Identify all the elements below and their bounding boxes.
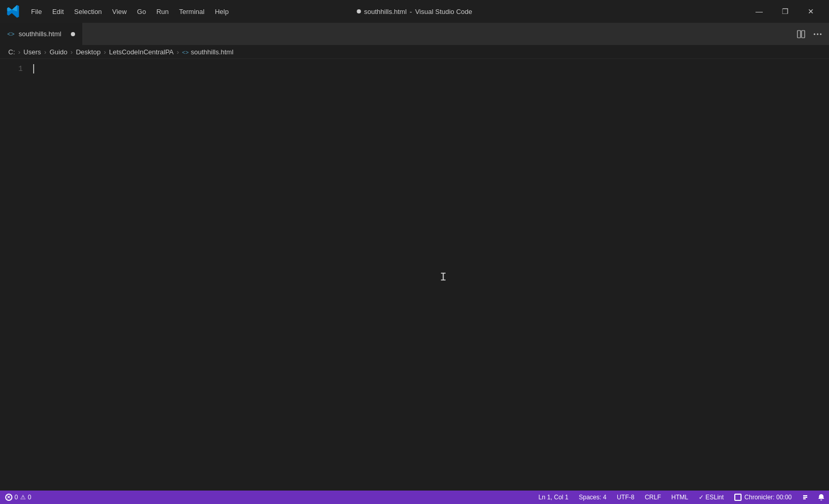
tab-southhills[interactable]: <> southhills.html	[0, 23, 83, 45]
status-position[interactable]: Ln 1, Col 1	[533, 491, 573, 504]
svg-point-3	[817, 33, 819, 35]
breadcrumb-c[interactable]: C:	[8, 48, 15, 56]
status-language[interactable]: HTML	[666, 491, 693, 504]
editor-area[interactable]: 1 I	[0, 59, 829, 491]
code-line-1	[33, 63, 829, 75]
error-icon: ✕	[5, 494, 12, 501]
status-encoding[interactable]: UTF-8	[612, 491, 640, 504]
spaces-label: Spaces: 4	[579, 494, 606, 501]
chronicler-icon	[734, 494, 742, 501]
breadcrumb-users[interactable]: Users	[23, 48, 41, 56]
warning-icon: ⚠	[20, 494, 26, 501]
tab-spacer	[83, 23, 790, 45]
warning-count: 0	[28, 494, 32, 501]
tab-modified-dot	[71, 32, 75, 36]
tab-actions	[790, 23, 829, 45]
breadcrumb: C: › Users › Guido › Desktop › LetsCodeI…	[0, 46, 829, 59]
tab-file-icon: <>	[7, 31, 14, 38]
breadcrumb-letscode[interactable]: LetsCodeInCentralPA	[109, 48, 174, 56]
eslint-label: ✓ ESLint	[699, 494, 724, 501]
window-controls: — ❐ ✕	[747, 3, 823, 20]
encoding-label: UTF-8	[617, 494, 634, 501]
maximize-button[interactable]: ❐	[773, 3, 797, 20]
modified-dot	[357, 9, 361, 13]
svg-point-2	[814, 33, 816, 35]
tab-filename: southhills.html	[19, 30, 61, 38]
status-right: Ln 1, Col 1 Spaces: 4 UTF-8 CRLF HTML ✓ …	[533, 491, 829, 504]
line-numbers: 1	[0, 59, 31, 491]
line-ending-label: CRLF	[645, 494, 661, 501]
chronicler-label: Chronicler: 00:00	[745, 494, 792, 501]
window-title-app: Visual Studio Code	[415, 8, 472, 16]
window-title-text: southhills.html	[364, 8, 406, 16]
breadcrumb-filename[interactable]: southhills.html	[191, 48, 233, 56]
menu-view[interactable]: View	[107, 6, 132, 18]
title-bar: File Edit Selection View Go Run Terminal…	[0, 0, 829, 23]
tab-bar: <> southhills.html	[0, 23, 829, 46]
line-number-1: 1	[0, 63, 23, 75]
breadcrumb-guido[interactable]: Guido	[50, 48, 68, 56]
status-notification-bell[interactable]	[813, 491, 829, 504]
window-title: southhills.html - Visual Studio Code	[357, 8, 472, 16]
status-eslint[interactable]: ✓ ESLint	[693, 491, 729, 504]
text-cursor	[33, 64, 34, 73]
status-spaces[interactable]: Spaces: 4	[574, 491, 612, 504]
menu-run[interactable]: Run	[151, 6, 174, 18]
vscode-logo	[6, 4, 21, 19]
more-actions-button[interactable]	[810, 27, 825, 41]
mouse-cursor: I	[440, 271, 447, 284]
window-title-separator: -	[410, 8, 412, 16]
menu-selection[interactable]: Selection	[69, 6, 107, 18]
menu-file[interactable]: File	[26, 6, 47, 18]
breadcrumb-file-icon: <>	[182, 49, 189, 55]
svg-rect-0	[797, 31, 801, 38]
breadcrumb-desktop[interactable]: Desktop	[76, 48, 101, 56]
menu-help[interactable]: Help	[210, 6, 234, 18]
split-editor-button[interactable]	[794, 27, 808, 41]
language-label: HTML	[671, 494, 688, 501]
cursor-position: Ln 1, Col 1	[538, 494, 568, 501]
menu-edit[interactable]: Edit	[47, 6, 69, 18]
status-remote-icon[interactable]	[797, 491, 813, 504]
menu-go[interactable]: Go	[132, 6, 151, 18]
menu-terminal[interactable]: Terminal	[174, 6, 210, 18]
status-chronicler[interactable]: Chronicler: 00:00	[729, 491, 797, 504]
svg-rect-1	[802, 31, 805, 38]
minimize-button[interactable]: —	[747, 3, 771, 20]
status-bar: ✕ 0 ⚠ 0 Ln 1, Col 1 Spaces: 4 UTF-8 CRLF…	[0, 491, 829, 504]
status-errors[interactable]: ✕ 0 ⚠ 0	[0, 491, 36, 504]
close-button[interactable]: ✕	[799, 3, 823, 20]
svg-point-4	[820, 33, 822, 35]
status-line-ending[interactable]: CRLF	[640, 491, 666, 504]
editor-content[interactable]: I	[31, 59, 829, 491]
status-left: ✕ 0 ⚠ 0	[0, 491, 36, 504]
error-count: 0	[14, 494, 18, 501]
